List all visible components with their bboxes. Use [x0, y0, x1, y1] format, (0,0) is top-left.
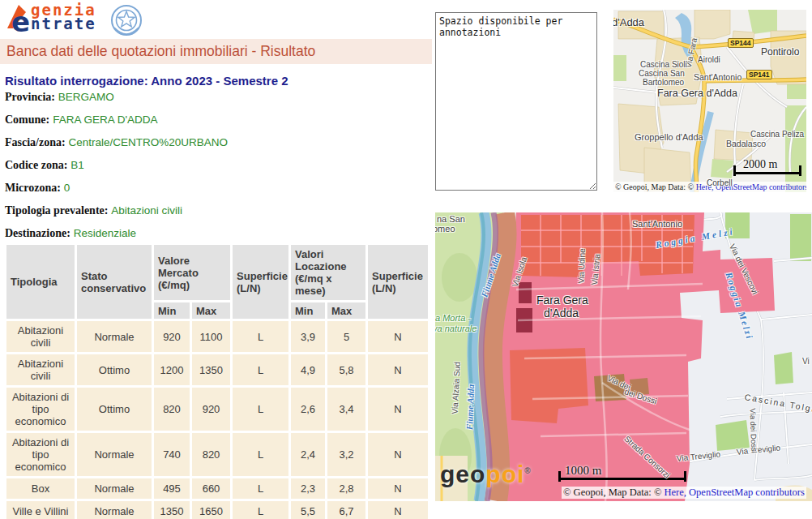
table-cell: L [233, 321, 288, 352]
col-header-max-locazione: Max [327, 302, 365, 319]
map-label: Pontirolo [761, 46, 799, 58]
table-cell: 3,9 [291, 321, 325, 352]
table-cell: 5 [327, 321, 365, 352]
table-cell: 3,4 [327, 388, 365, 431]
field-label: Comune: [5, 114, 49, 126]
geopoi-logo: geopoi® [440, 461, 532, 488]
field-row: Microzona: 0 [5, 182, 426, 195]
field-value: Abitazioni civili [111, 204, 182, 217]
table-cell: Abitazioni civili [6, 321, 75, 352]
here-link[interactable]: Here, [665, 487, 686, 498]
table-cell: 2,8 [327, 478, 365, 499]
table-cell: 4,9 [291, 354, 325, 385]
table-cell: 660 [192, 478, 230, 499]
attribution-text: © Geopoi, Map Data: © [563, 487, 665, 498]
table-cell: L [233, 478, 288, 499]
field-value: Centrale/CENTRO%20URBANO [69, 136, 229, 148]
table-cell: 1100 [192, 321, 230, 352]
map-label: Cascina San [639, 69, 685, 78]
col-header-max-mercato: Max [192, 302, 230, 319]
field-row: Tipologia prevalente: Abitazioni civili [5, 204, 426, 217]
col-header-stato: Stato conservativo [77, 245, 152, 319]
map-label: Vi [802, 357, 810, 366]
map-label: Fara Gera [536, 294, 588, 307]
quotazioni-table: Tipologia Stato conservativo Valore Merc… [4, 242, 430, 519]
table-cell: 920 [192, 388, 230, 431]
table-cell: 820 [154, 388, 190, 431]
field-label: Fascia/zona: [5, 136, 66, 148]
table-cell: Ottimo [77, 388, 152, 431]
table-cell: L [233, 354, 288, 385]
map-label: Sant'Antonio [632, 219, 682, 229]
field-row: Fascia/zona: Centrale/CENTRO%20URBANO [5, 136, 426, 149]
table-cell: Abitazioni di tipo economico [6, 388, 75, 431]
table-cell: 6,7 [327, 501, 365, 519]
field-value: 0 [64, 182, 71, 194]
page-title: Banca dati delle quotazioni immobiliari … [0, 39, 432, 64]
table-cell: N [368, 321, 428, 352]
map-label: Groppello d'Adda [635, 132, 703, 142]
table-row: BoxNormale495660L2,32,8N [6, 478, 428, 499]
table-cell: 920 [154, 321, 190, 352]
table-row: Abitazioni di tipo economicoOttimo820920… [6, 388, 428, 431]
map-label: Airoldi [698, 55, 720, 64]
openstreetmap-link[interactable]: OpenStreetMap contributors [689, 487, 805, 498]
table-cell: N [368, 433, 428, 476]
table-cell: 2,4 [291, 433, 325, 476]
map-label: Sant'Antonio [694, 72, 741, 82]
col-header-valore-mercato: Valore Mercato (€/mq) [154, 245, 230, 300]
field-label: Tipologia prevalente: [5, 204, 108, 217]
table-cell: Box [6, 478, 75, 499]
table-cell: Normale [77, 478, 152, 499]
map-label: na San [437, 214, 465, 224]
table-row: Abitazioni civiliOttimo12001350L4,95,8N [6, 354, 428, 385]
table-cell: 1350 [192, 354, 230, 385]
annotations-textarea[interactable]: Spazio disponibile per annotazioni [435, 12, 597, 191]
table-cell: 495 [154, 478, 190, 499]
field-label: Provincia: [5, 91, 55, 103]
zone-map[interactable]: geopoi® 1000 m © Geopoi, Map Data: © Her… [435, 212, 812, 501]
map-label: d'Adda [544, 307, 579, 320]
table-cell: L [233, 433, 288, 476]
table-row: Ville e VilliniNormale13501650L5,56,7N [6, 501, 428, 519]
table-cell: 2,6 [291, 388, 325, 431]
table-cell: N [368, 478, 428, 499]
agenzia-entrate-logo[interactable]: e genzia ntrate [6, 3, 152, 37]
table-cell: 5,8 [327, 354, 365, 385]
overview-map[interactable]: 2000 m © Geopoi, Map Data: © Here, OpenS… [613, 10, 806, 192]
field-value: FARA GERA D'ADDA [53, 114, 157, 126]
map-label: Via Udine [577, 248, 588, 284]
table-cell: Normale [77, 501, 152, 519]
field-value: BERGAMO [58, 91, 114, 103]
logo-line2: ntrate [31, 17, 96, 31]
logo-wordmark: genzia ntrate [31, 3, 96, 31]
field-row: Codice zona: B1 [5, 159, 426, 172]
field-value: B1 [71, 159, 84, 171]
table-cell: N [368, 501, 428, 519]
fields-list: Provincia: BERGAMOComune: FARA GERA D'AD… [5, 91, 426, 250]
map-label: Corbell [707, 178, 733, 187]
table-cell: 3,2 [327, 433, 365, 476]
table-cell: 1650 [192, 501, 230, 519]
italian-republic-emblem-icon [109, 3, 143, 37]
quotazioni-table-body: Abitazioni civiliNormale9201100L3,95NAbi… [6, 321, 428, 519]
field-label: Destinazione: [5, 227, 71, 239]
overview-scale-bar [733, 166, 801, 174]
svg-text:e: e [11, 6, 30, 35]
table-cell: L [233, 388, 288, 431]
map-label: Via dei Dossi [749, 408, 759, 453]
result-heading: Risultato interrogazione: Anno 2023 - Se… [5, 74, 288, 88]
field-label: Codice zona: [5, 159, 67, 171]
map-label: Badalasco [726, 139, 766, 148]
map-label: a Morta - [435, 313, 471, 323]
col-header-superficie-1: Superficie (L/N) [233, 245, 288, 319]
col-header-min-mercato: Min [154, 302, 190, 319]
field-row: Provincia: BERGAMO [5, 91, 426, 104]
col-header-tipologia: Tipologia [6, 245, 75, 319]
map-label: Bartolomeo [643, 78, 684, 87]
table-cell: 1350 [154, 501, 190, 519]
map-label: Fara Gera d'Adda [657, 88, 737, 99]
field-row: Destinazione: Residenziale [5, 227, 426, 240]
table-cell: N [368, 354, 428, 385]
table-cell: Ville e Villini [6, 501, 75, 519]
